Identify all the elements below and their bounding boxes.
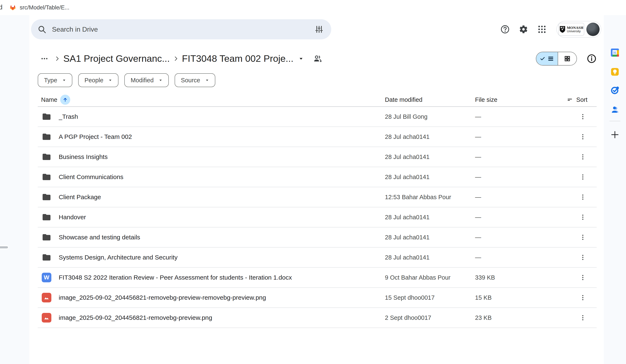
file-size: 23 KB (475, 314, 565, 321)
file-name: FIT3048 S2 2022 Iteration Review - Peer … (59, 274, 292, 281)
browser-tab-strip: d src/Model/Table/E... (0, 0, 626, 15)
chip-label: Source (181, 77, 200, 84)
svg-text:31: 31 (613, 51, 616, 54)
sort-by-name-header[interactable]: Name (38, 95, 385, 105)
row-more-actions-button[interactable] (577, 272, 589, 283)
filter-chip-source[interactable]: Source (175, 73, 215, 87)
file-type-icon: W (41, 171, 52, 182)
file-row[interactable]: W _Trash 28 Jul Bill Gong — (38, 107, 597, 127)
add-panel-plus-icon[interactable] (610, 130, 620, 139)
row-more-actions-button[interactable] (577, 151, 589, 163)
advanced-search-icon[interactable] (314, 25, 324, 34)
file-date-modified: 2 Sept dhoo0017 (385, 314, 475, 321)
row-more-actions-button[interactable] (577, 111, 589, 123)
grid-view-button[interactable] (558, 52, 577, 65)
row-more-actions-button[interactable] (577, 232, 589, 243)
file-table: Name Date modified File size (38, 93, 597, 328)
settings-gear-icon[interactable] (519, 25, 528, 34)
row-more-actions-button[interactable] (577, 171, 589, 183)
ellipsis-icon (40, 55, 48, 63)
row-more-actions-button[interactable] (577, 191, 589, 203)
chevron-right-icon (173, 56, 179, 62)
file-type-icon: W (41, 292, 52, 303)
main-content: MONASH University (29, 15, 604, 364)
file-date-modified: 9 Oct Bahar Abbas Pour (385, 274, 475, 281)
file-type-icon: W (41, 252, 52, 263)
three-dot-menu-icon (579, 214, 586, 221)
google-tasks-icon[interactable] (610, 85, 620, 95)
file-type-icon: W (41, 272, 52, 283)
sort-menu-button[interactable]: Sort (565, 96, 597, 103)
details-info-icon[interactable] (587, 54, 597, 64)
folder-icon (41, 212, 52, 222)
file-row[interactable]: W Handover 28 Jul acha0141 — (38, 207, 597, 228)
folder-menu-caret-icon[interactable] (298, 56, 304, 62)
left-panel-strip (0, 15, 29, 364)
file-row[interactable]: W A PGP Project - Team 002 28 Jul acha01… (38, 127, 597, 147)
folder-icon (41, 252, 52, 263)
file-row[interactable]: W image_2025-09-02_204456821-removebg-pr… (38, 288, 597, 308)
folder-icon (41, 132, 52, 142)
file-row[interactable]: W image_2025-09-02_204456821-removebg-pr… (38, 308, 597, 328)
row-more-actions-button[interactable] (577, 252, 589, 263)
three-dot-menu-icon (579, 133, 586, 140)
monash-shield-icon (559, 26, 566, 33)
file-row[interactable]: W Systems Design, Architecture and Secur… (38, 248, 597, 268)
file-list: W _Trash 28 Jul Bill Gong — (38, 107, 597, 328)
file-name: Showcase and testing details (59, 234, 140, 241)
file-type-icon: W (41, 111, 52, 122)
row-more-actions-button[interactable] (577, 292, 589, 303)
user-avatar[interactable] (586, 23, 600, 36)
file-name: _Trash (59, 113, 78, 120)
panel-drag-handle[interactable] (0, 245, 9, 249)
side-panel-rail: 31 (604, 15, 626, 364)
account-pill[interactable]: MONASH University (556, 21, 601, 38)
sort-direction-bubble[interactable] (60, 95, 70, 105)
chip-label: Modified (131, 77, 154, 84)
file-name: A PGP Project - Team 002 (59, 133, 132, 140)
row-more-actions-button[interactable] (577, 211, 589, 223)
file-date-modified: 28 Jul acha0141 (385, 174, 475, 181)
file-row[interactable]: W Business Insights 28 Jul acha0141 — (38, 147, 597, 167)
search-bar[interactable] (31, 19, 331, 39)
row-more-actions-button[interactable] (577, 312, 589, 324)
file-row[interactable]: W Client Package 12:53 Bahar Abbas Pour … (38, 187, 597, 207)
list-lines-icon (548, 56, 554, 62)
breadcrumb-parent-folder[interactable]: SA1 Project Governanc... (63, 53, 170, 64)
gitlab-icon (9, 4, 16, 11)
breadcrumb-overflow-button[interactable] (38, 52, 51, 65)
google-calendar-icon[interactable]: 31 (610, 48, 620, 57)
shared-folder-people-icon[interactable] (313, 54, 322, 64)
word-file-icon: W (42, 273, 51, 282)
file-row[interactable]: W FIT3048 S2 2022 Iteration Review - Pee… (38, 268, 597, 288)
breadcrumb: SA1 Project Governanc... FIT3048 Team 00… (29, 48, 604, 69)
breadcrumb-current-folder[interactable]: FIT3048 Team 002 Proje... (182, 53, 294, 64)
filter-chip-modified[interactable]: Modified (124, 73, 169, 87)
list-view-button-selected[interactable] (536, 52, 558, 65)
file-name: Client Communications (59, 173, 123, 181)
row-more-actions-button[interactable] (577, 131, 589, 143)
filter-chip-type[interactable]: Type (38, 73, 72, 87)
filter-chips: Type People Modified Source (29, 73, 604, 87)
search-input[interactable] (52, 26, 314, 33)
help-icon[interactable] (500, 25, 510, 34)
file-row[interactable]: W Showcase and testing details 28 Jul ac… (38, 228, 597, 248)
google-apps-grid-icon[interactable] (537, 25, 547, 34)
three-dot-menu-icon (579, 254, 586, 261)
browser-tab-gitlab[interactable]: src/Model/Table/E... (9, 4, 69, 11)
google-keep-icon[interactable] (610, 67, 620, 77)
file-size: 339 KB (475, 274, 565, 281)
filter-chip-people[interactable]: People (78, 73, 118, 87)
file-name: Systems Design, Architecture and Securit… (59, 254, 178, 261)
image-file-icon (42, 293, 51, 302)
tab-title: src/Model/Table/E... (20, 4, 69, 11)
file-row[interactable]: W Client Communications 28 Jul acha0141 … (38, 167, 597, 187)
folder-icon (41, 112, 52, 122)
google-contacts-icon[interactable] (610, 105, 620, 114)
file-size: — (475, 234, 565, 241)
chevron-right-icon (54, 56, 60, 62)
folder-icon (41, 152, 52, 162)
file-size: — (475, 113, 565, 120)
file-type-icon: W (41, 312, 52, 323)
file-name: Client Package (59, 194, 101, 201)
